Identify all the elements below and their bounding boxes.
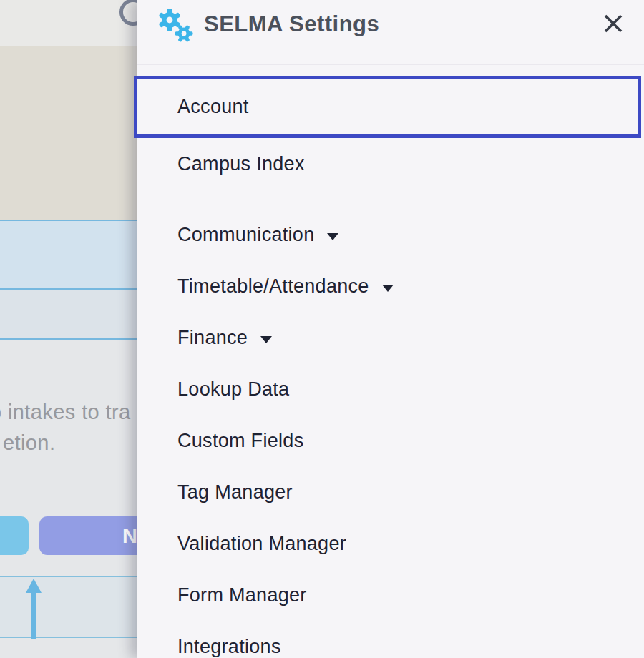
chevron-down-icon (327, 233, 338, 240)
menu-item-custom-fields[interactable]: Custom Fields (137, 415, 644, 466)
menu-item-label: Lookup Data (177, 378, 289, 401)
selma-settings-drawer: SELMA Settings Account Campus Index Comm… (137, 0, 644, 658)
next-button-label: N (122, 524, 137, 548)
menu-item-label: Communication (177, 224, 314, 246)
drawer-header: SELMA Settings (137, 0, 644, 65)
chevron-down-icon (260, 336, 272, 343)
menu-item-form-manager[interactable]: Form Manager (137, 569, 644, 621)
up-arrow-icon (26, 579, 42, 593)
menu-item-label: Account (177, 96, 249, 118)
menu-item-integrations[interactable]: Integrations (137, 621, 644, 658)
close-button[interactable] (597, 7, 630, 40)
menu-item-validation-manager[interactable]: Validation Manager (137, 518, 644, 569)
menu-item-timetable-attendance[interactable]: Timetable/Attendance (137, 260, 644, 312)
menu-item-tag-manager[interactable]: Tag Manager (137, 466, 644, 518)
background-text-line2: etion. (3, 431, 55, 455)
menu-item-communication[interactable]: Communication (137, 209, 644, 260)
chevron-down-icon (382, 285, 394, 292)
drawer-title: SELMA Settings (204, 7, 379, 41)
menu-item-label: Campus Index (177, 153, 305, 175)
menu-item-finance[interactable]: Finance (137, 312, 644, 363)
settings-gears-icon (155, 7, 194, 44)
menu-item-label: Form Manager (177, 584, 307, 607)
menu-divider (152, 197, 631, 197)
background-text-line1: o intakes to tra (0, 401, 131, 424)
close-icon (600, 10, 627, 37)
menu-item-label: Integrations (177, 636, 281, 658)
menu-item-lookup-data[interactable]: Lookup Data (137, 363, 644, 415)
background-sky-button[interactable] (0, 516, 29, 555)
menu-item-campus-index[interactable]: Campus Index (137, 138, 644, 190)
menu-item-label: Custom Fields (177, 430, 303, 452)
up-arrow-stem (31, 591, 36, 639)
screen: o intakes to tra etion. N (0, 0, 644, 658)
menu-item-label: Validation Manager (177, 533, 346, 555)
menu-item-account[interactable]: Account (134, 76, 641, 138)
menu-item-label: Timetable/Attendance (177, 275, 369, 298)
settings-menu: Account Campus Index Communication Timet… (137, 76, 644, 658)
menu-item-label: Finance (177, 327, 248, 349)
menu-item-label: Tag Manager (177, 481, 293, 504)
